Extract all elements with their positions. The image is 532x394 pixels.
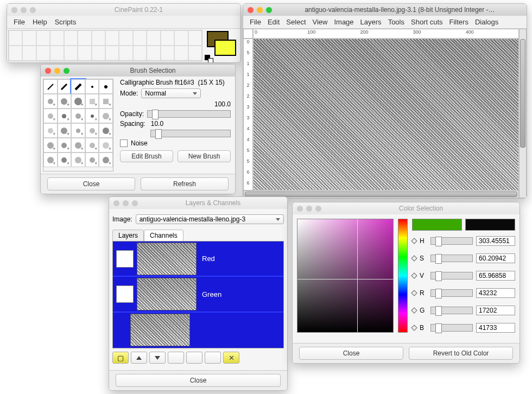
main-menubar[interactable]: File Help Scripts bbox=[7, 16, 240, 29]
close-icon[interactable] bbox=[113, 200, 119, 206]
menu-help[interactable]: Help bbox=[33, 18, 47, 26]
brush-titlebar[interactable]: Brush Selection bbox=[41, 65, 235, 77]
close-icon[interactable] bbox=[11, 7, 17, 13]
traffic-lights[interactable] bbox=[248, 7, 272, 13]
zoom-icon[interactable] bbox=[64, 68, 69, 74]
palette-cell[interactable] bbox=[22, 46, 36, 61]
menu-layers[interactable]: Layers bbox=[360, 18, 382, 26]
brush-item[interactable]: + bbox=[58, 138, 72, 152]
traffic-lights[interactable] bbox=[297, 206, 321, 212]
brush-item[interactable]: + bbox=[99, 109, 113, 123]
palette-cell[interactable] bbox=[188, 46, 202, 61]
new-brush-button[interactable]: New Brush bbox=[178, 150, 231, 162]
main-titlebar[interactable]: CinePaint 0.22-1 bbox=[7, 4, 240, 16]
brush-item[interactable]: + bbox=[71, 123, 85, 138]
brush-item[interactable]: + bbox=[43, 109, 58, 123]
brush-item[interactable] bbox=[58, 79, 72, 94]
minimize-icon[interactable] bbox=[21, 7, 27, 13]
brush-item[interactable]: + bbox=[85, 109, 99, 123]
menu-tools[interactable]: Tools bbox=[388, 18, 404, 26]
palette-cell[interactable] bbox=[188, 30, 202, 46]
palette-cell[interactable] bbox=[161, 30, 174, 46]
slider-h[interactable] bbox=[430, 237, 473, 245]
tab-channels[interactable]: Channels bbox=[144, 230, 183, 241]
radio-g[interactable] bbox=[411, 307, 417, 313]
brush-close-button[interactable]: Close bbox=[47, 177, 135, 190]
value-b[interactable] bbox=[476, 323, 515, 333]
palette-cell[interactable] bbox=[22, 30, 36, 46]
channel-row[interactable]: Red bbox=[113, 242, 283, 277]
channel-row[interactable] bbox=[113, 313, 283, 348]
palette-cell[interactable] bbox=[105, 46, 119, 61]
palette-cell[interactable] bbox=[64, 30, 78, 46]
slider-s[interactable] bbox=[430, 255, 473, 262]
palette-cell[interactable] bbox=[36, 46, 50, 61]
channel-row[interactable]: Green bbox=[113, 277, 283, 312]
palette-cell[interactable] bbox=[147, 30, 160, 46]
palette-cell[interactable] bbox=[9, 46, 22, 61]
palette-cell[interactable] bbox=[78, 30, 91, 46]
value-r[interactable] bbox=[476, 288, 515, 298]
bg-color-swatch[interactable] bbox=[214, 40, 236, 56]
lower-channel-button[interactable] bbox=[149, 352, 166, 364]
brush-item[interactable] bbox=[99, 79, 113, 94]
image-canvas[interactable] bbox=[253, 39, 519, 190]
menu-image[interactable]: Image bbox=[334, 18, 353, 26]
close-icon[interactable] bbox=[45, 68, 51, 74]
brush-item[interactable]: + bbox=[43, 138, 58, 152]
layers-close-button[interactable]: Close bbox=[116, 374, 281, 387]
ruler-horizontal[interactable]: 0 100 200 300 400 bbox=[253, 29, 519, 39]
brush-item-selected[interactable] bbox=[71, 79, 85, 94]
ruler-vertical[interactable]: 051122334455667 bbox=[243, 39, 253, 190]
palette-cell[interactable] bbox=[36, 30, 50, 46]
brush-item[interactable]: + bbox=[99, 94, 113, 109]
palette-cell[interactable] bbox=[92, 30, 105, 46]
traffic-lights[interactable] bbox=[45, 68, 69, 74]
image-menubar[interactable]: File Edit Select View Image Layers Tools… bbox=[243, 16, 527, 29]
brush-item[interactable]: + bbox=[71, 109, 85, 123]
zoom-icon[interactable] bbox=[266, 7, 272, 13]
minimize-icon[interactable] bbox=[306, 206, 312, 212]
slider-b[interactable] bbox=[430, 324, 473, 332]
color-revert-button[interactable]: Revert to Old Color bbox=[409, 347, 513, 360]
spacing-slider[interactable] bbox=[150, 130, 231, 137]
brush-item[interactable] bbox=[85, 79, 99, 94]
palette-cell[interactable] bbox=[105, 30, 119, 46]
brush-refresh-button[interactable]: Refresh bbox=[141, 177, 229, 190]
palette-cell[interactable] bbox=[50, 30, 64, 46]
image-select[interactable]: antiguo-valencia-mestalla-lleno.jpg-3 bbox=[136, 214, 284, 224]
radio-v[interactable] bbox=[411, 272, 417, 278]
brush-item[interactable]: + bbox=[99, 123, 113, 138]
menu-select[interactable]: Select bbox=[286, 18, 306, 26]
palette-cell[interactable] bbox=[133, 30, 147, 46]
palette-cell[interactable] bbox=[161, 46, 174, 61]
radio-h[interactable] bbox=[411, 238, 417, 244]
palette-cell[interactable] bbox=[9, 30, 22, 46]
palette-cell[interactable] bbox=[147, 46, 160, 61]
channel-visibility-toggle[interactable] bbox=[116, 250, 134, 268]
button-4[interactable] bbox=[168, 352, 184, 364]
zoom-icon[interactable] bbox=[30, 7, 36, 13]
tab-layers[interactable]: Layers bbox=[112, 230, 144, 241]
close-icon[interactable] bbox=[248, 7, 254, 13]
layers-titlebar[interactable]: Layers & Channels bbox=[109, 197, 287, 209]
raise-channel-button[interactable] bbox=[131, 352, 147, 364]
value-h[interactable] bbox=[476, 236, 515, 246]
slider-v[interactable] bbox=[430, 272, 473, 279]
value-v[interactable] bbox=[476, 271, 515, 281]
palette-cell[interactable] bbox=[174, 46, 188, 61]
menu-shortcuts[interactable]: Short cuts bbox=[411, 18, 443, 26]
palette-cell[interactable] bbox=[50, 46, 64, 61]
mode-select[interactable]: Normal bbox=[141, 88, 201, 98]
radio-s[interactable] bbox=[411, 255, 417, 261]
palette-cell[interactable] bbox=[119, 30, 132, 46]
menu-file[interactable]: File bbox=[250, 18, 261, 26]
slider-g[interactable] bbox=[430, 307, 473, 314]
opacity-slider[interactable] bbox=[147, 110, 231, 118]
palette-cell[interactable] bbox=[78, 46, 91, 61]
hue-picker[interactable] bbox=[398, 219, 408, 333]
channel-visibility-toggle[interactable] bbox=[116, 285, 134, 303]
edit-brush-button[interactable]: Edit Brush bbox=[120, 150, 173, 162]
radio-r[interactable] bbox=[411, 290, 417, 296]
color-close-button[interactable]: Close bbox=[299, 347, 403, 360]
